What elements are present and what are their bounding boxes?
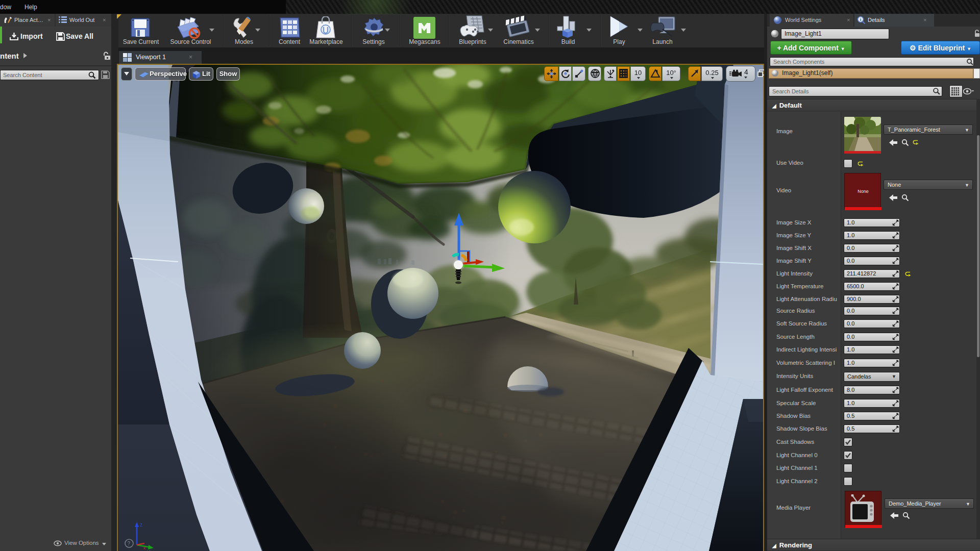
svg-text:?: ? bbox=[128, 541, 131, 546]
svg-text:x: x bbox=[143, 545, 146, 550]
svg-text:z: z bbox=[140, 522, 142, 528]
svg-text:y: y bbox=[148, 549, 150, 551]
